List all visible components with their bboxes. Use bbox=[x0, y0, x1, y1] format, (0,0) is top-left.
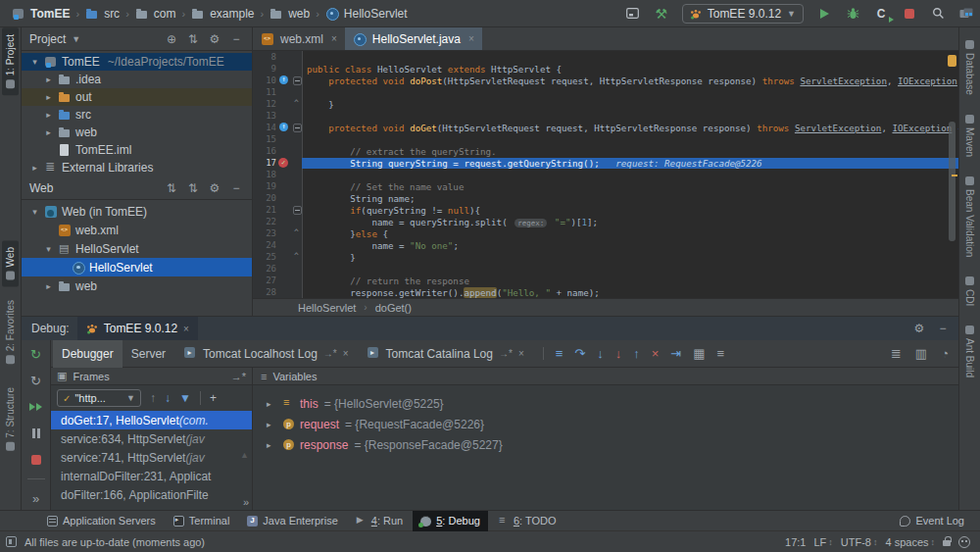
thread-select[interactable]: ✓ "http... ▼ bbox=[57, 389, 141, 407]
scroll-up-icon[interactable]: ▲ bbox=[240, 450, 249, 460]
project-tree-item-idea[interactable]: ▸.idea bbox=[22, 71, 252, 88]
code-line[interactable]: 27 // return the response bbox=[253, 275, 958, 286]
debug-tab-tomcat-catalina-log[interactable]: Tomcat Catalina Log→*× bbox=[358, 340, 533, 368]
code-line[interactable]: 13 bbox=[253, 110, 958, 122]
hide-panel-icon[interactable]: − bbox=[228, 181, 244, 195]
next-frame-icon[interactable]: ↓ bbox=[165, 391, 171, 405]
stripe-item-bean-validation[interactable]: Bean Validation bbox=[961, 170, 978, 264]
project-structure-icon[interactable] bbox=[958, 6, 974, 22]
stripe-item-2-favorites[interactable]: 2: Favorites bbox=[2, 293, 19, 371]
stripe-item-ant-build[interactable]: Ant Build bbox=[961, 319, 978, 384]
toolwindow-button-application-servers[interactable]: Application Servers bbox=[39, 511, 164, 531]
web-tree-item-web-in-tomee[interactable]: ▾Web (in TomEE) bbox=[22, 202, 252, 221]
debug-tab-server[interactable]: Server bbox=[122, 340, 174, 368]
close-icon[interactable]: × bbox=[183, 324, 189, 334]
stack-frame-row[interactable]: doGet:17, HelloServlet (com. bbox=[51, 411, 252, 429]
breadcrumb-item-tomee[interactable]: TomEE bbox=[12, 7, 70, 21]
fold-marker[interactable] bbox=[291, 122, 302, 133]
expand-arrow[interactable]: ▾ bbox=[29, 57, 40, 67]
code-line[interactable]: 10 protected void doPost(HttpServletRequ… bbox=[253, 75, 958, 86]
override-gutter-icon[interactable] bbox=[276, 75, 291, 86]
close-icon[interactable]: × bbox=[343, 348, 349, 359]
close-icon[interactable]: × bbox=[518, 348, 524, 359]
fold-marker[interactable] bbox=[291, 75, 302, 86]
console-window-icon[interactable] bbox=[625, 6, 641, 22]
web-tree-item-web[interactable]: ▸web bbox=[22, 276, 252, 295]
analysis-status-icon[interactable] bbox=[948, 55, 956, 67]
step-over-icon[interactable]: ↷ bbox=[574, 347, 585, 360]
web-tree-item-web-xml[interactable]: web.xml bbox=[22, 221, 252, 239]
memory-gauge-icon[interactable]: ◔ bbox=[941, 346, 949, 361]
run-to-cursor-icon[interactable]: ⇥ bbox=[670, 347, 681, 360]
event-log-button[interactable]: Event Log bbox=[892, 511, 972, 531]
code-line[interactable]: 28 response.getWriter().append("Hello, "… bbox=[253, 286, 958, 298]
code-line[interactable]: 18 bbox=[253, 169, 958, 180]
gear-icon[interactable]: ⚙ bbox=[207, 32, 222, 46]
more-frames-icon[interactable]: » bbox=[243, 496, 249, 508]
hector-inspector-icon[interactable] bbox=[958, 536, 970, 548]
collapse-all-icon[interactable]: ⇅ bbox=[185, 32, 201, 46]
code-line[interactable]: 24 name = "No one"; bbox=[253, 239, 958, 251]
fold-marker[interactable] bbox=[291, 204, 302, 216]
editor-tab-web-xml[interactable]: web.xml× bbox=[253, 27, 345, 50]
code-editor[interactable]: 89public class HelloServlet extends Http… bbox=[253, 51, 958, 298]
breadcrumb-item-example[interactable]: example bbox=[191, 7, 254, 21]
variable-row-response[interactable]: ▸response = {ResponseFacade@5227} bbox=[253, 434, 958, 455]
close-icon[interactable]: × bbox=[468, 33, 474, 44]
stripe-item-maven[interactable]: Maven bbox=[961, 108, 978, 164]
fold-marker[interactable] bbox=[291, 98, 302, 110]
hide-panel-icon[interactable]: − bbox=[935, 322, 951, 335]
stripe-item-database[interactable]: Database bbox=[961, 33, 978, 102]
debug-tab-tomcat-localhost-log[interactable]: Tomcat Localhost Log→*× bbox=[174, 340, 358, 368]
web-tree-item-helloservlet[interactable]: ▾HelloServlet bbox=[22, 239, 252, 258]
breadcrumb-item-src[interactable]: src bbox=[85, 7, 120, 21]
pin-tab-icon[interactable]: →* bbox=[231, 371, 246, 382]
expand-arrow[interactable]: ▸ bbox=[267, 399, 276, 409]
run-with-coverage-button[interactable]: C bbox=[873, 6, 889, 22]
project-tree-item-src[interactable]: ▸src bbox=[22, 106, 252, 124]
scrollbar-thumb[interactable] bbox=[949, 122, 956, 241]
editor-breadcrumb-item[interactable]: HelloServlet bbox=[298, 302, 356, 314]
override-gutter-icon[interactable] bbox=[276, 122, 291, 133]
error-stripe-mark[interactable] bbox=[952, 175, 957, 176]
debug-tab-debugger[interactable]: Debugger bbox=[53, 340, 122, 368]
code-line[interactable]: 21 if(queryString != null){ bbox=[253, 204, 958, 216]
editor-breadcrumb-item[interactable]: doGet() bbox=[375, 302, 412, 314]
toolwindow-button-terminal[interactable]: Terminal bbox=[166, 511, 238, 531]
stripe-item-1-project[interactable]: 1: Project bbox=[2, 27, 19, 95]
code-line[interactable]: 12 } bbox=[253, 98, 958, 110]
project-tree-item-tomee[interactable]: ▾TomEE~/IdeaProjects/TomEE bbox=[22, 53, 252, 71]
step-out-icon[interactable]: ↑ bbox=[633, 347, 640, 360]
refresh-button[interactable]: ↻ bbox=[28, 373, 44, 388]
console-settings-icon[interactable]: ≡ bbox=[717, 347, 725, 360]
locate-file-icon[interactable]: ⊕ bbox=[164, 32, 179, 46]
toolwindow-button-java-enterprise[interactable]: Java Enterprise bbox=[239, 511, 345, 531]
threads-view-icon[interactable]: ≣ bbox=[891, 346, 902, 361]
project-tree-item-tomee-iml[interactable]: TomEE.iml bbox=[22, 141, 252, 159]
expand-arrow[interactable]: ▸ bbox=[267, 420, 276, 429]
toolwindow-button-6-todo[interactable]: 6: TODO bbox=[490, 511, 564, 531]
run-button[interactable] bbox=[816, 6, 832, 22]
code-line[interactable]: 17 String queryString = request.getQuery… bbox=[253, 157, 958, 169]
code-line[interactable]: 9public class HelloServlet extends HttpS… bbox=[253, 63, 958, 75]
breadcrumb-item-web[interactable]: web bbox=[270, 7, 310, 21]
restore-layout-icon[interactable]: ▥ bbox=[915, 346, 927, 361]
more-actions-icon[interactable]: » bbox=[28, 490, 44, 506]
stripe-item-7-structure[interactable]: 7: Structure bbox=[2, 380, 19, 458]
run-configuration-select[interactable]: TomEE 9.0.12 ▼ bbox=[682, 4, 804, 24]
code-line[interactable]: 16 // extract the queryString. bbox=[253, 145, 958, 157]
line-ending-select[interactable]: LF bbox=[813, 536, 832, 548]
stack-frame-row[interactable]: internalDoFilter:231, Applicat bbox=[51, 467, 252, 485]
debug-session-tab[interactable]: TomEE 9.0.12 × bbox=[77, 317, 198, 340]
debug-button[interactable] bbox=[845, 6, 860, 22]
stripe-item-web[interactable]: Web bbox=[2, 240, 19, 286]
code-line[interactable]: 22 name = queryString.split( regex: "=")… bbox=[253, 216, 958, 227]
variable-row-request[interactable]: ▸request = {RequestFacade@5226} bbox=[253, 414, 958, 434]
previous-frame-icon[interactable]: ↑ bbox=[150, 391, 156, 405]
project-tree-item-out[interactable]: ▸out bbox=[22, 88, 252, 106]
expand-arrow[interactable]: ▸ bbox=[43, 110, 54, 120]
stack-frame-row[interactable]: doFilter:166, ApplicationFilte bbox=[51, 485, 252, 504]
chevron-down-icon[interactable]: ▼ bbox=[72, 34, 80, 44]
search-everywhere-icon[interactable] bbox=[930, 6, 946, 22]
pause-button[interactable] bbox=[28, 426, 44, 441]
